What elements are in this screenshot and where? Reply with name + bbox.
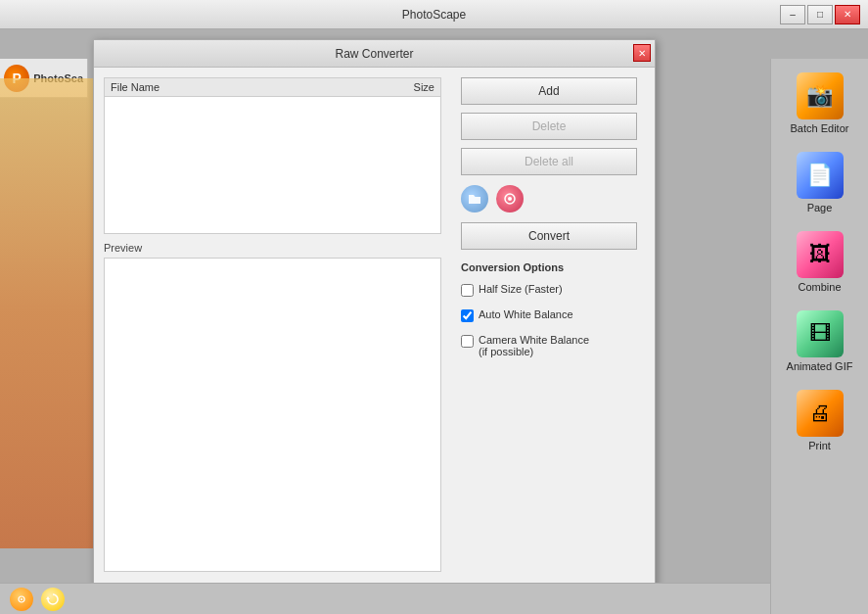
- batch-editor-label: Batch Editor: [791, 122, 849, 134]
- page-icon: 📄: [797, 152, 844, 199]
- conversion-options-header: Conversion Options: [461, 261, 637, 273]
- settings-icon[interactable]: [10, 588, 33, 611]
- main-content: P PhotoSca Raw Converter ✕ File Name Siz…: [0, 29, 868, 614]
- rotate-icon[interactable]: [41, 588, 65, 611]
- col-filename: File Name: [111, 81, 356, 93]
- auto-wb-label: Auto White Balance: [479, 308, 573, 320]
- auto-wb-checkbox[interactable]: [461, 309, 474, 322]
- auto-wb-row: Auto White Balance: [461, 308, 637, 322]
- convert-button[interactable]: Convert: [461, 222, 637, 250]
- window-controls: – □ ✕: [780, 5, 860, 24]
- close-button[interactable]: ✕: [835, 5, 860, 24]
- right-sidebar: 📸 Batch Editor 📄 Page 🖼 Combine 🎞 Animat…: [770, 59, 868, 614]
- print-label: Print: [808, 440, 831, 451]
- svg-point-1: [508, 197, 512, 201]
- preview-box: [104, 258, 441, 572]
- animated-gif-label: Animated GIF: [787, 360, 853, 372]
- page-label: Page: [807, 202, 833, 213]
- camera-wb-label: Camera White Balance (if possible): [479, 334, 589, 357]
- title-bar: PhotoScape – □ ✕: [0, 0, 868, 29]
- batch-editor-icon: 📸: [797, 72, 844, 119]
- bottom-bar: [0, 583, 770, 614]
- half-size-row: Half Size (Faster): [461, 283, 637, 297]
- animated-gif-icon: 🎞: [797, 310, 844, 357]
- dialog-titlebar: Raw Converter ✕: [94, 40, 655, 68]
- window-title: PhotoScape: [402, 8, 466, 22]
- half-size-checkbox[interactable]: [461, 284, 474, 297]
- combine-label: Combine: [798, 281, 841, 293]
- icon-row: [461, 183, 637, 214]
- dialog-close-button[interactable]: ✕: [633, 44, 651, 62]
- col-size: Size: [356, 81, 434, 93]
- svg-point-3: [21, 598, 23, 600]
- file-list-container: File Name Size: [104, 77, 441, 234]
- minimize-button[interactable]: –: [780, 5, 805, 24]
- sidebar-item-animated-gif[interactable]: 🎞 Animated GIF: [776, 307, 864, 376]
- folder-icon[interactable]: [461, 185, 488, 213]
- add-button[interactable]: Add: [461, 77, 637, 105]
- delete-button[interactable]: Delete: [461, 113, 637, 140]
- delete-all-button[interactable]: Delete all: [461, 148, 637, 175]
- sidebar-item-page[interactable]: 📄 Page: [776, 148, 864, 217]
- raw-converter-dialog: Raw Converter ✕ File Name Size Preview: [93, 39, 656, 614]
- sidebar-item-batch-editor[interactable]: 📸 Batch Editor: [776, 69, 864, 138]
- preview-section: Preview: [104, 242, 441, 572]
- sidebar-item-print[interactable]: 🖨 Print: [776, 386, 864, 455]
- print-icon: 🖨: [797, 390, 844, 437]
- background-photo: [0, 78, 98, 548]
- camera-wb-row: Camera White Balance (if possible): [461, 334, 637, 357]
- camera-wb-checkbox[interactable]: [461, 335, 474, 348]
- maximize-button[interactable]: □: [807, 5, 833, 24]
- right-panel: Add Delete Delete all Convert Conv: [451, 68, 647, 614]
- target-icon[interactable]: [496, 185, 524, 213]
- combine-icon: 🖼: [797, 231, 844, 278]
- file-list-header: File Name Size: [105, 78, 440, 97]
- left-panel: File Name Size Preview Preview Save Copy…: [94, 68, 451, 614]
- dialog-body: File Name Size Preview Preview Save Copy…: [94, 68, 655, 614]
- file-list-body[interactable]: [105, 97, 440, 214]
- sidebar-item-combine[interactable]: 🖼 Combine: [776, 227, 864, 297]
- svg-marker-4: [46, 596, 50, 599]
- preview-label: Preview: [104, 242, 441, 254]
- half-size-label: Half Size (Faster): [479, 283, 563, 295]
- dialog-title: Raw Converter: [335, 47, 413, 61]
